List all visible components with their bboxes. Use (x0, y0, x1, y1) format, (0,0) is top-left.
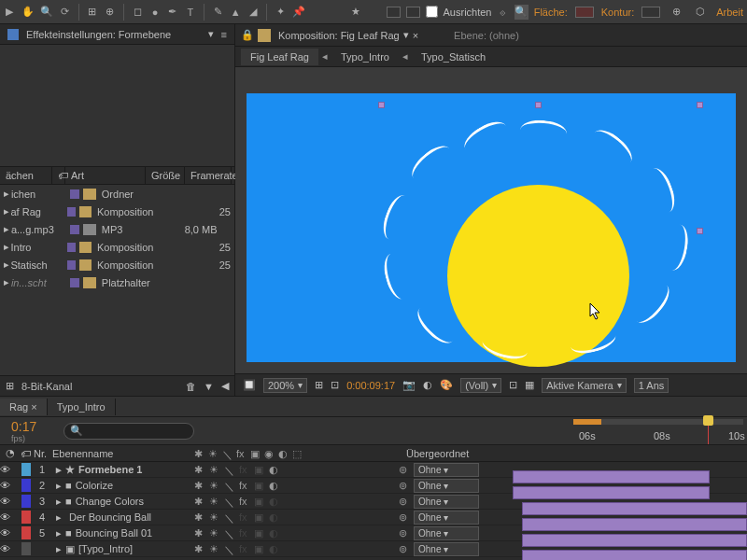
project-row[interactable]: ▸in...schtPlatzhalter (0, 273, 234, 291)
ray-shape (519, 119, 568, 145)
ray-shape (642, 165, 680, 217)
current-time[interactable]: 0:00:09:17 (346, 380, 395, 391)
col-nr[interactable]: Nr. (30, 448, 47, 459)
color-mgmt-icon[interactable]: 🎨 (440, 379, 453, 391)
viewer-breadcrumb: Fig Leaf Rag ◂ Typo_Intro ◂ Typo_Statisc… (235, 47, 747, 67)
fill-color-swatch[interactable] (575, 7, 594, 18)
eraser-tool-icon[interactable]: ◢ (247, 4, 260, 21)
timeline-panel: Rag × Typo_Intro 0:17 fps) 🔍 ▣ ⬚ 👤 ▤ ◉ 📈… (0, 396, 747, 560)
camera-tool-icon[interactable]: ⊞ (86, 4, 98, 21)
close-tab-icon[interactable]: × (413, 30, 418, 41)
bezier-icon[interactable]: ⬡ (692, 4, 709, 21)
canvas-area[interactable] (235, 67, 747, 373)
breadcrumb-item[interactable]: Typo_Intro (331, 49, 399, 65)
project-row[interactable]: ▸IntroKomposition25 (0, 238, 234, 256)
roto-tool-icon[interactable]: ✦ (275, 4, 287, 21)
align-label: Ausrichten (444, 7, 492, 18)
chevron-down-icon[interactable]: ▾ (208, 28, 214, 40)
pan-behind-tool-icon[interactable]: ⊕ (104, 4, 116, 21)
magnify-icon[interactable]: 🔲 (243, 379, 256, 391)
composition-canvas[interactable] (247, 93, 736, 362)
stroke-swatch[interactable] (406, 7, 420, 18)
timecode-display[interactable]: 0:17 fps) (0, 419, 58, 443)
col-size[interactable]: Größe (146, 167, 185, 184)
project-row[interactable]: ▸ichenOrdner (0, 185, 234, 203)
col-framerate[interactable]: Framerate (185, 167, 232, 184)
clone-tool-icon[interactable]: ▲ (230, 4, 242, 21)
guides-icon[interactable]: ⊡ (331, 379, 339, 391)
effects-panel-tab[interactable]: Effekteinstellungen: Formebene ▾ ≡ (0, 24, 234, 45)
comp-new-icon[interactable]: ◀ (221, 380, 229, 392)
channel-icon[interactable]: ◐ (423, 379, 432, 391)
transform-handle[interactable] (535, 102, 542, 108)
zoom-dropdown[interactable]: 200% ▾ (263, 378, 307, 393)
project-row[interactable]: ▸af RagKomposition25 (0, 203, 234, 220)
time-ruler[interactable]: 06s 08s 10s (570, 417, 747, 445)
bit-depth[interactable]: 8-Bit-Kanal (21, 381, 72, 392)
col-layer-name[interactable]: Ebenenname (47, 448, 190, 459)
folder-new-icon[interactable]: ▼ (204, 381, 214, 392)
brush-tool-icon[interactable]: ✎ (212, 4, 224, 21)
shape-tool-icon[interactable]: ◻ (132, 4, 144, 21)
ray-shape (661, 222, 691, 272)
effects-panel-body (0, 45, 234, 166)
ellipse-tool-icon[interactable]: ● (149, 4, 162, 21)
breadcrumb-item[interactable]: Fig Leaf Rag (241, 49, 318, 65)
col-parent[interactable]: Übergeordnet (401, 448, 514, 459)
rotate-tool-icon[interactable]: ⟳ (59, 4, 71, 21)
snap-icon[interactable]: ⟐ (498, 4, 510, 21)
camera-dropdown[interactable]: Aktive Kamera ▾ (542, 378, 627, 393)
breadcrumb-item[interactable]: Typo_Statisch (412, 49, 495, 65)
trash-icon[interactable]: 🗑 (186, 381, 196, 392)
transform-handle[interactable] (697, 102, 703, 108)
project-row[interactable]: ▸StatischKomposition25 (0, 256, 234, 273)
transform-handle[interactable] (697, 228, 703, 234)
project-row[interactable]: ▸a...g.mp3MP38,0 MB (0, 220, 234, 238)
layer-search-input[interactable]: 🔍 (63, 423, 194, 440)
left-panel: Effekteinstellungen: Formebene ▾ ≡ ächen… (0, 24, 235, 396)
switches-header: ✱☀＼fx▣◉◐⬚ (190, 448, 401, 459)
hand-tool-icon[interactable]: ✋ (21, 4, 35, 21)
timeline-tab[interactable]: Typo_Intro (48, 399, 116, 415)
timeline-layer-rows: 👁1▸★Formebene 1✱☀＼fx▣◐⊚Ohne ▾👁2▸■Coloriz… (0, 462, 747, 557)
panel-color-icon (7, 29, 19, 40)
selection-tool-icon[interactable]: ▶ (4, 4, 16, 21)
puppet-tool-icon[interactable]: 📌 (292, 4, 305, 21)
interpret-icon[interactable]: ⊞ (6, 380, 14, 392)
playhead[interactable] (708, 417, 709, 444)
add-icon[interactable]: ⊕ (668, 4, 684, 21)
viewer-comp-title[interactable]: Komposition: Fig Leaf Rag (278, 30, 400, 41)
transform-handle[interactable] (378, 102, 385, 108)
layer-row[interactable]: 👁1▸★Formebene 1✱☀＼fx▣◐⊚Ohne ▾ (0, 462, 747, 478)
panel-menu-icon[interactable]: ≡ (221, 29, 227, 40)
align-checkbox[interactable] (426, 6, 438, 18)
zoom-tool-icon[interactable]: 🔍 (40, 4, 53, 21)
views-dropdown[interactable]: 1 Ans (634, 378, 669, 393)
transparency-icon[interactable]: ▦ (525, 379, 534, 391)
fill-swatch[interactable] (387, 7, 401, 18)
stroke-label: Kontur: (601, 7, 634, 18)
project-column-headers: ächen 🏷 Art Größe Framerate (0, 166, 234, 185)
col-name[interactable]: ächen (0, 167, 52, 184)
project-rows: ▸ichenOrdner▸af RagKomposition25▸a...g.m… (0, 185, 234, 291)
viewer-layer-title[interactable]: Ebene: (ohne) (454, 30, 519, 41)
label-col-icon[interactable]: 🏷 (21, 448, 30, 459)
col-type[interactable]: Art (65, 167, 146, 184)
roi-icon[interactable]: ⊡ (509, 379, 517, 391)
resolution-dropdown[interactable]: (Voll) ▾ (460, 378, 501, 393)
timeline-tabs: Rag × Typo_Intro (0, 397, 747, 417)
star-shape-icon[interactable]: ★ (350, 4, 362, 21)
stroke-color-swatch[interactable] (641, 7, 660, 18)
snapshot-icon[interactable]: 📷 (402, 379, 416, 391)
av-toggle-icon[interactable]: ◔ (0, 447, 21, 459)
lock-icon[interactable]: 🔒 (241, 29, 254, 41)
fill-label: Fläche: (534, 7, 568, 18)
composition-viewer: 🔒 Komposition: Fig Leaf Rag ▾ × Ebene: (… (235, 24, 747, 396)
grid-icon[interactable]: ⊞ (315, 379, 323, 391)
col-label-icon[interactable]: 🏷 (52, 167, 65, 184)
comp-dropdown-icon[interactable]: ▾ (403, 29, 409, 41)
text-tool-icon[interactable]: T (184, 4, 196, 21)
pen-tool-icon[interactable]: ✒ (167, 4, 179, 21)
timeline-tab[interactable]: Rag × (0, 399, 48, 415)
search-icon[interactable]: 🔍 (514, 5, 528, 20)
